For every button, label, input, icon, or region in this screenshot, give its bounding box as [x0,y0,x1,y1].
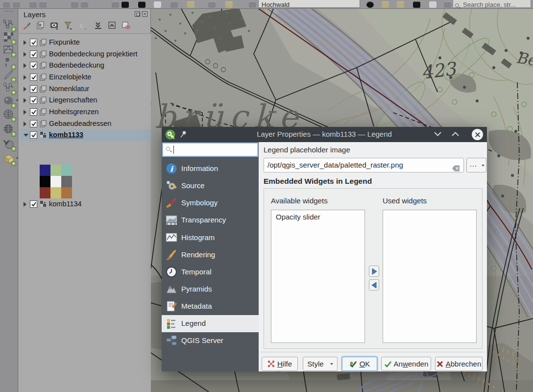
add-virtual-layer-icon[interactable]: + [3,82,15,94]
toolbar-icon[interactable] [81,1,88,8]
expand-all-icon[interactable] [94,21,103,30]
layer-checkbox[interactable] [30,120,37,127]
toolbar-icon[interactable] [121,1,129,8]
add-vector-layer-icon[interactable]: + [3,19,15,30]
layer-checkbox[interactable] [30,85,37,93]
layer-row[interactable]: Bodenbedeckung [19,60,151,72]
map-check-icon[interactable] [429,1,436,8]
add-geopackage-layer-icon[interactable]: + [3,153,15,165]
panel-close-icon[interactable] [142,11,147,17]
tab-source[interactable]: Source [162,177,259,195]
collapse-all-icon[interactable] [108,21,117,30]
toolbar-icon[interactable] [225,1,233,8]
user-icon[interactable] [413,1,420,8]
add-wcs-layer-icon[interactable]: + [3,123,15,135]
folder-icon[interactable] [397,1,404,8]
tab-histogram[interactable]: Histogram [162,229,259,246]
toolbar-icon[interactable] [154,1,161,8]
manage-map-themes-icon[interactable] [50,21,59,30]
add-mesh-layer-icon[interactable]: + [3,44,15,56]
layer-checkbox[interactable] [30,74,37,81]
add-wfs-layer-icon[interactable]: + [3,138,15,150]
open-layer-styling-icon[interactable] [23,21,31,30]
layers-icon[interactable] [382,1,389,8]
layer-checkbox[interactable] [30,39,37,46]
tab-rendering[interactable]: Rendering [162,246,259,264]
toolbar-icon[interactable] [112,1,119,8]
layer-checkbox[interactable] [30,50,37,58]
tab-metadata[interactable]: Metadata [162,298,259,315]
layer-row[interactable]: Hoheitsgrenzen [19,106,151,118]
printer-icon[interactable] [444,1,451,8]
cancel-button[interactable]: Abbrechen [435,357,483,371]
available-widgets-list[interactable]: Opacity slider [271,210,365,343]
tab-legend[interactable]: Legend [162,315,259,332]
panel-float-icon[interactable] [135,11,140,17]
add-delimited-text-layer-icon[interactable]: + [3,69,15,81]
add-postgis-layer-icon[interactable]: + [3,95,15,107]
remove-layer-icon[interactable] [121,21,130,30]
used-widgets-list[interactable] [383,210,477,343]
layer-row[interactable]: Bodenbedeckung projektiert [19,49,151,60]
layer-row[interactable]: Einzelobjekte [19,72,151,83]
placeholder-image-input[interactable]: /opt/qgis_server_data/paletted_raster.pn… [264,158,464,172]
layer-row[interactable]: Fixpunkte [19,37,151,49]
filter-legend-icon[interactable] [64,21,73,30]
expand-icon[interactable] [24,63,26,68]
toolbar-icon[interactable] [39,1,47,8]
clear-text-icon[interactable] [452,162,460,169]
layer-checkbox[interactable] [30,108,37,116]
toolbar-icon[interactable] [187,1,194,8]
toolbar-icon[interactable] [29,1,37,8]
toolbar-icon[interactable] [3,1,10,8]
dialog-close-button[interactable] [472,129,483,140]
toolbar-handle[interactable] [4,10,13,12]
layer-checkbox[interactable] [30,131,37,139]
tab-symbology[interactable]: Symbology [162,195,259,212]
toolbar-icon[interactable] [71,1,78,8]
expand-icon[interactable] [24,75,26,80]
filter-by-expression-icon[interactable]: ε [78,21,87,30]
toolbar-icon[interactable] [170,1,178,8]
add-wms-layer-icon[interactable]: + [3,109,15,121]
tab-transparency[interactable]: Transparency [162,212,259,229]
add-raster-layer-icon[interactable]: + [3,31,15,43]
expand-icon[interactable] [24,40,26,45]
layer-checkbox[interactable] [30,200,37,208]
layer-row[interactable]: Liegenschaften [19,95,151,106]
collapse-icon[interactable] [24,134,28,137]
expand-icon[interactable] [24,98,26,103]
toolbar-icon[interactable] [208,1,216,8]
toolbar-combobox[interactable]: Hochwald [258,0,360,8]
expand-icon[interactable] [24,110,26,115]
add-point-cloud-layer-icon[interactable]: , + [3,56,15,68]
north-arrow-icon[interactable] [366,1,374,8]
tab-pyramids[interactable]: Pyramids [162,281,259,298]
tab-information[interactable]: i Information [162,160,259,177]
expand-icon[interactable] [24,52,26,57]
layer-row-active[interactable]: komb1133 [19,129,151,141]
ok-button[interactable]: OK [342,357,377,371]
expand-icon[interactable] [24,122,26,126]
tab-qgis-server[interactable]: QGIS Server [162,332,259,349]
toolbar-icon[interactable] [138,1,145,8]
tab-temporal[interactable]: Temporal [162,264,259,281]
list-item-opacity-slider[interactable]: Opacity slider [271,210,364,221]
toolbar-icon[interactable] [249,1,256,8]
toolbar-icon[interactable] [13,1,20,8]
help-button[interactable]: Hilfe [262,357,298,371]
expand-icon[interactable] [24,202,26,207]
unshade-icon[interactable] [452,132,459,136]
search-place-input[interactable]: Search place, str... [453,0,531,8]
browse-dropdown-button[interactable] [480,158,486,172]
shade-icon[interactable] [434,132,441,136]
layer-row[interactable]: komb1134 [19,198,151,210]
remove-widget-button[interactable] [369,279,379,291]
layer-checkbox[interactable] [30,97,37,104]
browse-button[interactable]: ... [466,158,481,172]
expand-icon[interactable] [24,87,26,92]
add-widget-button[interactable] [369,266,379,277]
apply-button[interactable]: Anwenden [381,357,431,371]
layer-row[interactable]: Gebaeudeadressen [19,118,151,130]
dialog-search-input[interactable] [162,143,258,157]
